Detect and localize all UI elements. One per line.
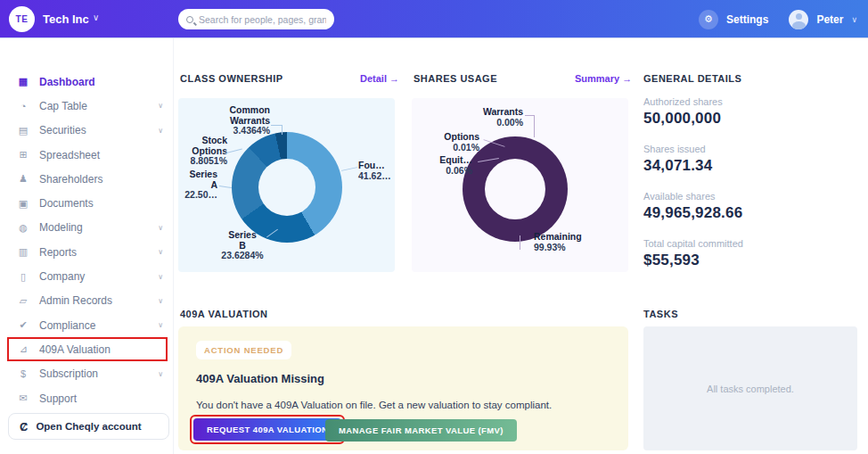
dollar-icon: $: [17, 368, 29, 379]
search-bar[interactable]: [178, 9, 334, 29]
chart-label-series-b: SeriesB23.6284%: [210, 230, 274, 261]
chevron-down-icon: ∨: [158, 127, 163, 135]
request-409a-valuation-button[interactable]: REQUEST 409A VALUATION: [193, 418, 341, 441]
trend-chart-icon: ⊿: [17, 343, 29, 355]
chart-label-fou: Fou…41.62…: [358, 161, 395, 181]
records-icon: ▱: [17, 295, 29, 307]
sidebar-item-cap-table[interactable]: ◔Cap Table∨: [0, 94, 174, 118]
chevron-down-icon[interactable]: ∨: [851, 15, 857, 24]
detail-total-capital-committed: Total capital committed$55,593: [643, 238, 857, 269]
shares-usage-card: Warrants0.00%Options0.01%Equit…0.06%Rema…: [412, 98, 628, 272]
leader-line: [219, 186, 232, 188]
tasks-section-title: TASKS: [643, 309, 678, 319]
table-icon: ⊞: [17, 149, 29, 161]
dashboard-screen: TE Tech Inc ∨ ⚙ Settings Peter ∨ ▦Dashbo…: [0, 0, 868, 454]
cheqly-logo-icon: Ȼ: [20, 420, 28, 433]
folder-icon: ▣: [17, 198, 29, 210]
sidebar-item-support[interactable]: ✉Support: [0, 386, 174, 410]
shares-usage-summary-link[interactable]: Summary →: [575, 73, 632, 84]
valuation-heading: 409A Valuation Missing: [196, 372, 324, 385]
sidebar: ▦Dashboard◔Cap Table∨▤Securities∨⊞Spread…: [0, 38, 174, 454]
sidebar-item-modeling[interactable]: ◍Modeling∨: [0, 216, 174, 240]
chevron-down-icon[interactable]: ∨: [93, 12, 99, 22]
sidebar-item-documents[interactable]: ▣Documents: [0, 191, 174, 215]
sidebar-item-shareholders[interactable]: ♟Shareholders: [0, 167, 174, 191]
chart-label-remaining: Remaining99.93%: [534, 232, 605, 252]
class-ownership-donut-chart: [232, 132, 342, 243]
tasks-empty-text: All tasks completed.: [707, 384, 794, 394]
sidebar-nav: ▦Dashboard◔Cap Table∨▤Securities∨⊞Spread…: [0, 70, 174, 410]
sidebar-item-subscription[interactable]: $Subscription∨: [0, 362, 174, 386]
chevron-down-icon: ∨: [158, 102, 163, 110]
chat-icon: ✉: [17, 392, 29, 404]
class-ownership-detail-link[interactable]: Detail →: [360, 73, 399, 84]
leader-line: [225, 149, 242, 154]
building-icon: ▯: [17, 271, 29, 283]
leader-line: [520, 235, 528, 250]
detail-authorized-shares: Authorized shares50,000,000: [643, 96, 857, 128]
user-name[interactable]: Peter: [816, 13, 843, 26]
chevron-down-icon: ∨: [158, 273, 163, 281]
tasks-panel: All tasks completed.: [643, 326, 857, 450]
person-icon: ♟: [17, 173, 29, 185]
sidebar-item-company[interactable]: ▯Company∨: [0, 264, 174, 288]
leader-line: [341, 167, 357, 171]
open-cheqly-account-button[interactable]: Ȼ Open Cheqly account: [8, 413, 169, 440]
chart-label-warrants: Warrants0.00%: [456, 107, 523, 128]
class-ownership-card: Fou…41.62…SeriesB23.6284%SeriesA22.50…St…: [178, 98, 395, 272]
leader-line: [271, 125, 283, 135]
sidebar-item-admin-records[interactable]: ▱Admin Records∨: [0, 289, 174, 313]
top-bar: TE Tech Inc ∨ ⚙ Settings Peter ∨: [0, 0, 868, 38]
sidebar-item-409a-valuation[interactable]: ⊿409A Valuation: [0, 337, 174, 361]
chart-label-stock-options: StockOptions8.8051%: [176, 136, 227, 167]
bulb-icon: ◍: [17, 222, 29, 234]
chevron-down-icon: ∨: [158, 224, 163, 232]
chart-label-series-a: SeriesA22.50…: [178, 169, 217, 201]
chart-label-equit: Equit…0.06%: [414, 155, 472, 176]
valuation-section-title: 409A VALUATION: [180, 309, 267, 319]
sidebar-item-reports[interactable]: ▥Reports∨: [0, 240, 174, 264]
sidebar-item-dashboard[interactable]: ▦Dashboard: [0, 70, 174, 94]
class-ownership-title: CLASS OWNERSHIP: [180, 73, 283, 84]
sidebar-item-compliance[interactable]: ✔Compliance∨: [0, 313, 174, 337]
chevron-down-icon: ∨: [158, 248, 163, 256]
general-details-panel: Authorized shares50,000,000Shares issued…: [643, 96, 857, 285]
dashboard-icon: ▦: [17, 76, 29, 87]
gear-icon[interactable]: ⚙: [699, 10, 718, 29]
shield-check-icon: ✔: [17, 319, 29, 331]
valuation-panel: ACTION NEEDED 409A Valuation Missing You…: [178, 326, 628, 450]
chevron-down-icon: ∨: [158, 297, 163, 305]
user-avatar[interactable]: [789, 10, 808, 29]
annotation-box-request-button: REQUEST 409A VALUATION: [190, 415, 345, 444]
valuation-body-text: You don't have a 409A Valuation on file.…: [196, 400, 552, 410]
detail-shares-issued: Shares issued34,071.34: [643, 144, 857, 175]
report-icon: ▥: [17, 246, 29, 258]
settings-button[interactable]: Settings: [726, 13, 768, 26]
search-icon: [186, 16, 193, 23]
shares-usage-title: SHARES USAGE: [414, 73, 497, 84]
detail-available-shares: Available shares49,965,928.66: [643, 191, 857, 222]
leader-line: [525, 115, 535, 137]
search-input[interactable]: [199, 14, 326, 25]
manage-fmv-button[interactable]: MANAGE FAIR MARKET VALUE (FMV): [325, 419, 517, 442]
general-details-title: GENERAL DETAILS: [643, 73, 741, 84]
chevron-down-icon: ∨: [158, 321, 163, 329]
company-name[interactable]: Tech Inc: [43, 12, 89, 26]
action-needed-badge: ACTION NEEDED: [196, 341, 291, 359]
sidebar-item-securities[interactable]: ▤Securities∨: [0, 119, 174, 143]
company-avatar[interactable]: TE: [9, 6, 35, 32]
sidebar-item-spreadsheet[interactable]: ⊞Spreadsheet: [0, 143, 174, 167]
chart-label-common-warrants: CommonWarrants3.4364%: [192, 105, 270, 136]
chart-label-options: Options0.01%: [421, 132, 479, 153]
pie-chart-icon: ◔: [17, 101, 29, 111]
chevron-down-icon: ∨: [158, 370, 163, 378]
clipboard-icon: ▤: [17, 125, 29, 136]
